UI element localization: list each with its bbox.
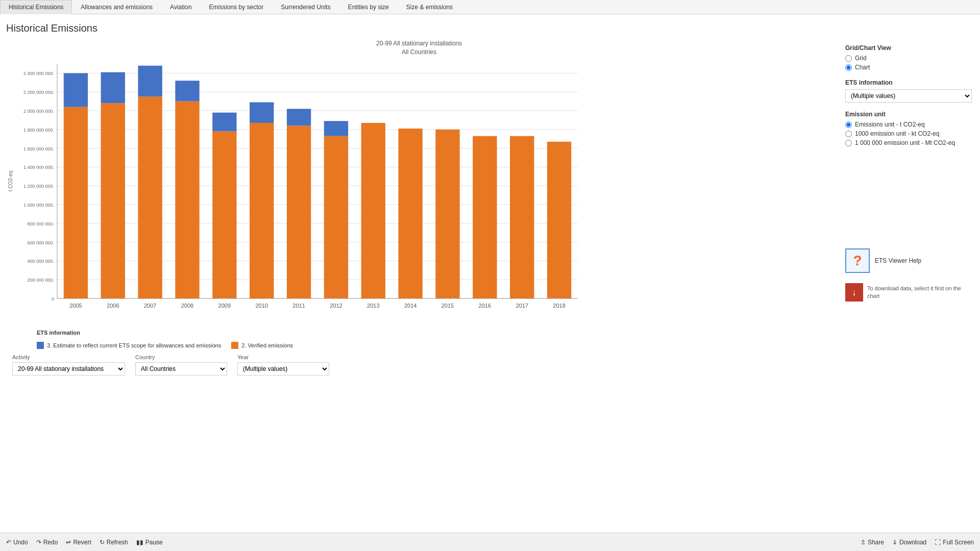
bar-blue-2012[interactable]: [324, 121, 348, 136]
undo-button[interactable]: ↶ Undo: [6, 539, 28, 546]
bar-blue-2007[interactable]: [138, 65, 162, 96]
svg-text:1 200 000 000.: 1 200 000 000.: [23, 184, 54, 189]
bar-blue-2009[interactable]: [212, 112, 236, 131]
emission-radio-2[interactable]: [845, 140, 852, 146]
emission-option-2[interactable]: 1 000 000 emission unit - Mt CO2-eq: [845, 139, 972, 146]
emission-label-2: 1 000 000 emission unit - Mt CO2-eq: [855, 139, 955, 146]
ets-info-section: ETS information (Multiple values): [845, 79, 972, 103]
pause-icon: ▮▮: [136, 539, 143, 546]
svg-text:2016: 2016: [479, 303, 491, 309]
tab-entities-by-size[interactable]: Entities by size: [339, 0, 398, 14]
bar-orange-2012[interactable]: [324, 136, 348, 298]
emission-unit-section: Emission unit Emissions unit - t CO2-eq …: [845, 111, 972, 146]
bar-orange-2005[interactable]: [64, 107, 88, 298]
svg-text:200 000 000.: 200 000 000.: [27, 278, 54, 283]
help-icon[interactable]: ?: [845, 248, 870, 273]
emission-label-0: Emissions unit - t CO2-eq: [855, 121, 925, 128]
tab-emissions-by-sector[interactable]: Emissions by sector: [201, 0, 273, 14]
download-info-section: ↓ To download data, select it first on t…: [845, 283, 972, 302]
activity-select[interactable]: 20-99 All stationary installations: [12, 362, 125, 375]
tab-allowances-emissions[interactable]: Allowances and emissions: [72, 0, 161, 14]
legend-item-orange: 2. Verified emissions: [231, 342, 293, 349]
svg-text:800 000 000.: 800 000 000.: [27, 221, 54, 226]
svg-text:1 000 000 000.: 1 000 000 000.: [23, 203, 54, 208]
tab-size-emissions[interactable]: Size & emissions: [398, 0, 461, 14]
bar-orange-2013[interactable]: [361, 123, 385, 298]
emission-option-1[interactable]: 1000 emission unit - kt CO2-eq: [845, 130, 972, 137]
emission-radio-1[interactable]: [845, 131, 852, 137]
ets-info-legend-section: ETS information 3. Estimate to reflect c…: [37, 330, 832, 349]
tab-surrendered-units[interactable]: Surrendered Units: [272, 0, 339, 14]
svg-text:2007: 2007: [144, 303, 156, 309]
fullscreen-icon: ⛶: [935, 539, 941, 546]
country-select[interactable]: All Countries: [135, 362, 227, 375]
svg-text:1 600 000 000.: 1 600 000 000.: [23, 146, 54, 151]
help-label: ETS Viewer Help: [875, 257, 921, 264]
bar-blue-2010[interactable]: [250, 102, 274, 122]
nav-tabs: Historical Emissions Allowances and emis…: [0, 0, 980, 14]
svg-text:2012: 2012: [330, 303, 342, 309]
bar-orange-2010[interactable]: [250, 123, 274, 298]
grid-radio-label: Grid: [855, 55, 867, 62]
bottom-right-actions: ⇬ Share ⇓ Download ⛶ Full Screen: [861, 539, 974, 546]
tab-aviation[interactable]: Aviation: [161, 0, 200, 14]
filters-section: Activity 20-99 All stationary installati…: [6, 349, 832, 381]
redo-button[interactable]: ↷ Redo: [36, 539, 58, 546]
legend-label-orange: 2. Verified emissions: [241, 342, 293, 348]
revert-button[interactable]: ↫ Revert: [66, 539, 91, 546]
emission-radio-0[interactable]: [845, 121, 852, 128]
svg-text:400 000 000.: 400 000 000.: [27, 259, 54, 264]
svg-text:2 400 000 000.: 2 400 000 000.: [23, 71, 54, 76]
bar-orange-2014[interactable]: [398, 129, 422, 298]
bar-orange-2008[interactable]: [175, 101, 199, 298]
bottom-left-actions: ↶ Undo ↷ Redo ↫ Revert ↻ Refresh ▮▮ Paus…: [6, 539, 163, 546]
download-icon-btn: ⇓: [892, 539, 897, 546]
svg-text:2 000 000 000.: 2 000 000 000.: [23, 109, 54, 114]
fullscreen-button[interactable]: ⛶ Full Screen: [935, 539, 974, 546]
year-filter: Year (Multiple values): [237, 354, 329, 375]
chart-title: 20-99 All stationary installations All C…: [6, 39, 832, 57]
bar-orange-2016[interactable]: [473, 136, 497, 298]
emission-label-1: 1000 emission unit - kt CO2-eq: [855, 130, 939, 137]
bar-blue-2005[interactable]: [64, 73, 88, 107]
bar-orange-2006[interactable]: [101, 103, 125, 298]
bar-chart[interactable]: 0200 000 000.400 000 000.600 000 000.800…: [6, 59, 588, 324]
bottom-bar: ↶ Undo ↷ Redo ↫ Revert ↻ Refresh ▮▮ Paus…: [0, 533, 980, 551]
share-button[interactable]: ⇬ Share: [861, 539, 884, 546]
emission-option-0[interactable]: Emissions unit - t CO2-eq: [845, 121, 972, 128]
chart-radio[interactable]: [845, 64, 852, 71]
bar-blue-2006[interactable]: [101, 72, 125, 103]
ets-info-dropdown[interactable]: (Multiple values): [845, 89, 972, 103]
chart-radio-label: Chart: [855, 64, 870, 71]
year-select[interactable]: (Multiple values): [237, 362, 329, 375]
page-title: Historical Emissions: [6, 22, 980, 34]
svg-text:t CO2-eq: t CO2-eq: [8, 170, 13, 191]
bar-orange-2015[interactable]: [435, 129, 459, 298]
year-label: Year: [237, 354, 329, 360]
grid-radio-item[interactable]: Grid: [845, 55, 972, 62]
legend-color-blue: [37, 342, 44, 349]
right-panel: Grid/Chart View Grid Chart ETS informati…: [837, 39, 980, 529]
view-radio-group: Grid Chart: [845, 55, 972, 71]
bar-orange-2007[interactable]: [138, 96, 162, 298]
ets-info-panel-label: ETS information: [845, 79, 972, 86]
chart-legend: 3. Estimate to reflect current ETS scope…: [37, 342, 832, 349]
bar-blue-2008[interactable]: [175, 81, 199, 101]
svg-text:2015: 2015: [442, 303, 454, 309]
svg-text:2008: 2008: [181, 303, 193, 309]
svg-text:0: 0: [52, 296, 54, 302]
chart-radio-item[interactable]: Chart: [845, 64, 972, 71]
bar-blue-2011[interactable]: [287, 109, 311, 126]
bar-orange-2018[interactable]: [547, 141, 571, 298]
download-button[interactable]: ⇓ Download: [892, 539, 926, 546]
refresh-button[interactable]: ↻ Refresh: [100, 539, 128, 546]
undo-icon: ↶: [6, 539, 11, 546]
bar-orange-2009[interactable]: [212, 131, 236, 298]
svg-text:1 400 000 000.: 1 400 000 000.: [23, 165, 54, 170]
grid-radio[interactable]: [845, 55, 852, 62]
bar-orange-2017[interactable]: [510, 136, 534, 298]
bar-orange-2011[interactable]: [287, 126, 311, 298]
pause-button[interactable]: ▮▮ Pause: [136, 539, 163, 546]
ets-help-section: ? ETS Viewer Help: [845, 248, 972, 273]
tab-historical-emissions[interactable]: Historical Emissions: [0, 0, 72, 14]
